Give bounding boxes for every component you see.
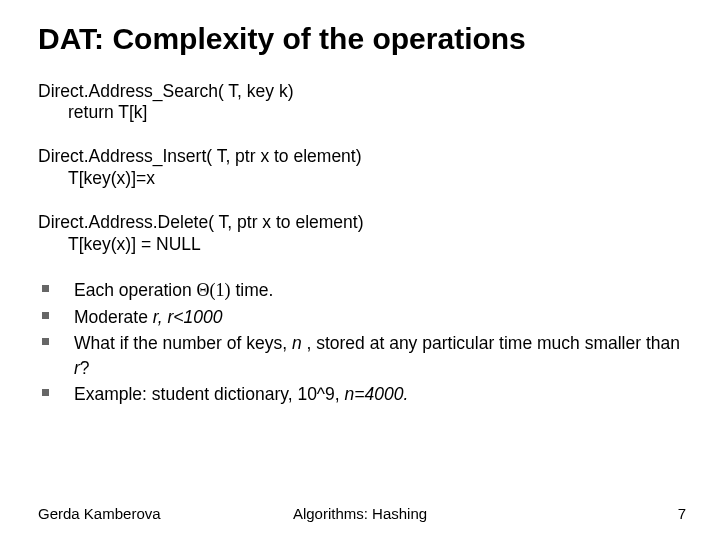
op-insert: Direct.Address_Insert( T, ptr x to eleme…: [38, 146, 686, 190]
bullet-3-q: ?: [80, 358, 90, 378]
slide-title: DAT: Complexity of the operations: [38, 22, 686, 57]
bullet-1-post: time.: [231, 280, 274, 300]
bullet-2-pre: Moderate: [74, 307, 153, 327]
footer-author: Gerda Kamberova: [38, 505, 161, 522]
op-search-body: return T[k]: [68, 102, 686, 124]
bullet-list: Each operation Θ(1) time. Moderate r, r<…: [40, 278, 686, 407]
footer-title: Algorithms: Hashing: [293, 505, 427, 522]
bullet-1: Each operation Θ(1) time.: [40, 278, 686, 303]
footer-page-number: 7: [678, 505, 686, 522]
bullet-4: Example: student dictionary, 10^9, n=400…: [40, 382, 686, 407]
bullet-1-pre: Each operation: [74, 280, 197, 300]
slide: DAT: Complexity of the operations Direct…: [0, 0, 720, 540]
bullet-3-n: n: [292, 333, 302, 353]
op-delete-sig: Direct.Address.Delete( T, ptr x to eleme…: [38, 212, 686, 234]
op-search: Direct.Address_Search( T, key k) return …: [38, 81, 686, 125]
op-insert-body: T[key(x)]=x: [68, 168, 686, 190]
bullet-2: Moderate r, r<1000: [40, 305, 686, 330]
op-insert-sig: Direct.Address_Insert( T, ptr x to eleme…: [38, 146, 686, 168]
bullet-3-pre: What if the number of keys,: [74, 333, 292, 353]
bullet-3-mid: , stored at any particular time much sma…: [302, 333, 680, 353]
footer: Gerda Kamberova Algorithms: Hashing 7: [0, 505, 720, 522]
op-search-sig: Direct.Address_Search( T, key k): [38, 81, 686, 103]
bullet-4-italic: n=4000.: [345, 384, 409, 404]
bullet-2-italic: r, r<1000: [153, 307, 223, 327]
theta-notation: Θ(1): [197, 280, 231, 300]
bullet-3: What if the number of keys, n , stored a…: [40, 331, 686, 380]
bullet-4-pre: Example: student dictionary, 10^9,: [74, 384, 345, 404]
op-delete-body: T[key(x)] = NULL: [68, 234, 686, 256]
op-delete: Direct.Address.Delete( T, ptr x to eleme…: [38, 212, 686, 256]
